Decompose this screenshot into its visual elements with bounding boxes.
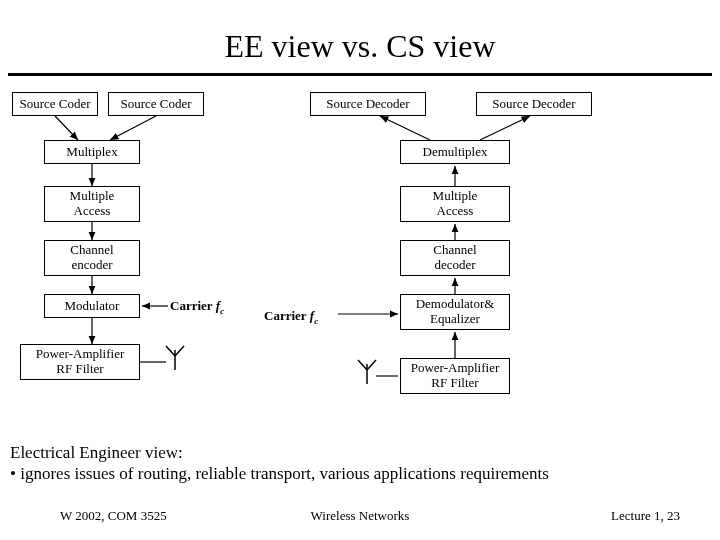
svg-line-20 xyxy=(358,360,367,370)
box-pa-rf-rx: Power-Amplifier RF Filter xyxy=(400,358,510,394)
caption-line-2: • ignores issues of routing, reliable tr… xyxy=(10,463,710,484)
svg-line-9 xyxy=(480,116,530,140)
carrier-label-tx: Carrier fc xyxy=(170,298,224,316)
box-demultiplex: Demultiplex xyxy=(400,140,510,164)
box-source-decoder-1: Source Decoder xyxy=(310,92,426,116)
box-source-decoder-2: Source Decoder xyxy=(476,92,592,116)
box-channel-decoder: Channel decoder xyxy=(400,240,510,276)
box-demod-equalizer: Demodulator& Equalizer xyxy=(400,294,510,330)
box-pa-rf-tx: Power-Amplifier RF Filter xyxy=(20,344,140,380)
svg-line-21 xyxy=(367,360,376,370)
svg-line-17 xyxy=(166,346,175,356)
svg-line-18 xyxy=(175,346,184,356)
box-channel-encoder: Channel encoder xyxy=(44,240,140,276)
block-diagram: Source Coder Source Coder Multiplex Mult… xyxy=(0,76,720,436)
slide-title: EE view vs. CS view xyxy=(0,28,720,65)
box-source-coder-2: Source Coder xyxy=(108,92,204,116)
caption-text: Electrical Engineer view: • ignores issu… xyxy=(10,442,710,485)
svg-line-1 xyxy=(110,116,156,140)
box-multiplex: Multiplex xyxy=(44,140,140,164)
box-multiple-access-tx: Multiple Access xyxy=(44,186,140,222)
box-modulator: Modulator xyxy=(44,294,140,318)
footer-right: Lecture 1, 23 xyxy=(611,508,680,524)
box-source-coder-1: Source Coder xyxy=(12,92,98,116)
caption-line-1: Electrical Engineer view: xyxy=(10,442,710,463)
svg-line-0 xyxy=(55,116,78,140)
box-multiple-access-rx: Multiple Access xyxy=(400,186,510,222)
carrier-label-rx: Carrier fc xyxy=(264,308,318,326)
slide-footer: W 2002, COM 3525 Wireless Networks Lectu… xyxy=(0,508,720,528)
svg-line-8 xyxy=(380,116,430,140)
